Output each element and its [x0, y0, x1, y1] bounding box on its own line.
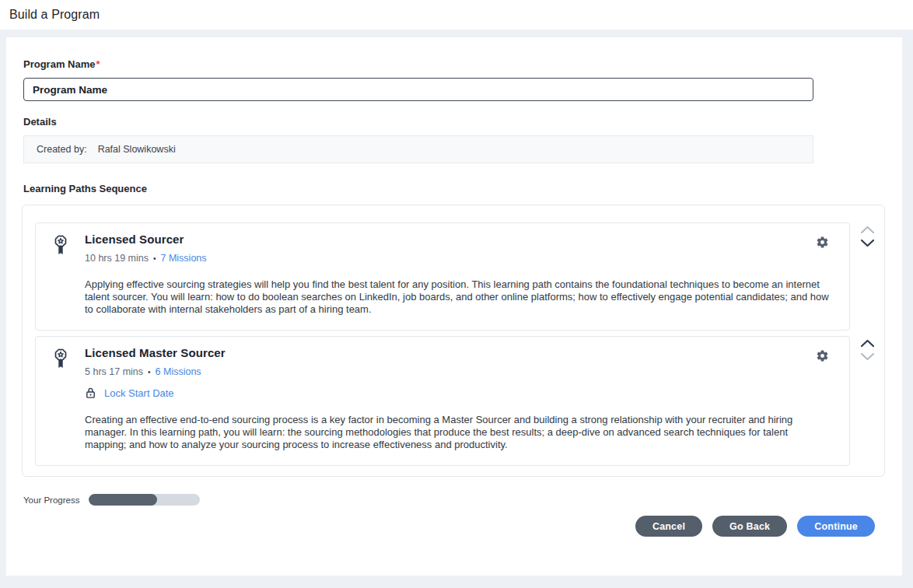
- progress-bar: [89, 494, 200, 506]
- learning-path-row: Licensed Master Sourcer 5 hrs 17 mins • …: [35, 336, 884, 466]
- path-title: Licensed Master Sourcer: [85, 346, 816, 359]
- footer-buttons: Cancel Go Back Continue: [23, 516, 885, 537]
- lock-icon: [85, 387, 96, 399]
- progress-label: Your Progress: [23, 495, 79, 505]
- move-down-chevron-icon[interactable]: [859, 236, 876, 250]
- award-badge-icon: [51, 346, 70, 373]
- created-by-value: Rafal Slowikowski: [98, 144, 176, 155]
- details-label: Details: [23, 116, 885, 128]
- page-title: Build a Program: [9, 8, 100, 22]
- cancel-button[interactable]: Cancel: [635, 516, 702, 537]
- path-duration: 5 hrs 17 mins: [85, 366, 143, 377]
- app-header: Build a Program: [0, 0, 913, 30]
- go-back-button[interactable]: Go Back: [712, 516, 787, 537]
- dot-separator: •: [148, 368, 151, 376]
- dot-separator: •: [153, 254, 156, 263]
- path-description: Applying effective sourcing strategies w…: [85, 278, 829, 316]
- path-duration: 10 hrs 19 mins: [85, 253, 149, 264]
- path-subtitle: 5 hrs 17 mins • 6 Missions: [85, 366, 816, 377]
- created-by-label: Created by:: [37, 144, 87, 155]
- missions-link[interactable]: 7 Missions: [161, 253, 207, 264]
- progress-bar-fill: [89, 494, 156, 506]
- lock-start-date-link[interactable]: Lock Start Date: [104, 387, 174, 399]
- move-down-chevron-icon[interactable]: [859, 350, 876, 364]
- path-settings-gear-icon[interactable]: [816, 346, 829, 365]
- lock-start-date-row: Lock Start Date: [85, 387, 829, 399]
- learning-paths-container: Licensed Sourcer 10 hrs 19 mins • 7 Miss…: [22, 205, 885, 477]
- required-asterisk: *: [96, 58, 100, 70]
- award-badge-icon: [51, 233, 70, 260]
- learning-path-row: Licensed Sourcer 10 hrs 19 mins • 7 Miss…: [35, 222, 884, 331]
- missions-link[interactable]: 6 Missions: [156, 366, 201, 377]
- move-up-chevron-icon[interactable]: [859, 222, 876, 236]
- details-box: Created by: Rafal Slowikowski: [23, 135, 813, 163]
- program-form-card: Program Name* Details Created by: Rafal …: [6, 37, 902, 576]
- path-subtitle: 10 hrs 19 mins • 7 Missions: [85, 253, 816, 264]
- continue-button[interactable]: Continue: [797, 516, 875, 537]
- progress-row: Your Progress: [23, 494, 885, 506]
- path-settings-gear-icon[interactable]: [816, 233, 829, 251]
- learning-path-card-licensed-master-sourcer: Licensed Master Sourcer 5 hrs 17 mins • …: [35, 336, 850, 466]
- learning-path-card-licensed-sourcer: Licensed Sourcer 10 hrs 19 mins • 7 Miss…: [35, 222, 850, 331]
- program-name-input[interactable]: [23, 78, 813, 101]
- page-background: Program Name* Details Created by: Rafal …: [0, 30, 913, 588]
- path-description: Creating an effective end-to-end sourcin…: [85, 414, 829, 451]
- path-title: Licensed Sourcer: [85, 233, 816, 246]
- move-up-chevron-icon[interactable]: [859, 336, 876, 350]
- learning-paths-label: Learning Paths Sequence: [23, 183, 885, 194]
- program-name-label: Program Name*: [23, 58, 885, 70]
